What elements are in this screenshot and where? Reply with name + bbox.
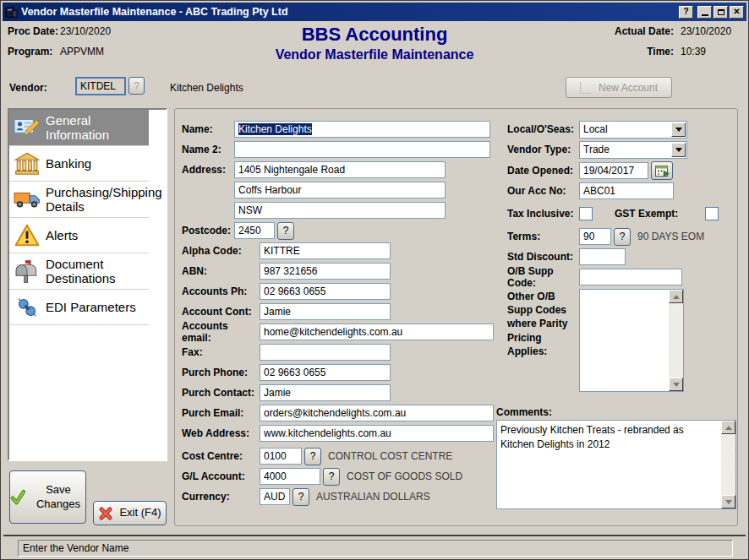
- help-button[interactable]: ?: [679, 6, 693, 19]
- gst-exempt-checkbox[interactable]: [705, 207, 719, 220]
- scroll-down-icon[interactable]: [721, 495, 735, 508]
- fax-label: Fax:: [182, 346, 260, 358]
- close-icon: ✕: [733, 8, 740, 16]
- local-oseas-label: Local/O'Seas:: [507, 123, 579, 135]
- maximize-button[interactable]: [713, 6, 728, 19]
- std-discount-input[interactable]: [579, 248, 626, 265]
- local-oseas-select[interactable]: Local: [579, 121, 687, 139]
- gl-account-label: G/L Account:: [182, 470, 260, 482]
- accounts-ph-input[interactable]: [260, 283, 391, 300]
- purch-phone-input[interactable]: [260, 364, 391, 381]
- account-cont-input[interactable]: [260, 303, 391, 320]
- date-opened-label: Date Opened:: [507, 165, 579, 177]
- close-x-icon: [98, 506, 113, 521]
- sidebar-item-alerts[interactable]: Alerts: [9, 218, 149, 253]
- abn-input[interactable]: [260, 263, 391, 280]
- postcode-input[interactable]: [234, 222, 275, 239]
- ob-supp-code-label: O/B Supp Code:: [507, 265, 579, 289]
- date-opened-input[interactable]: [579, 162, 648, 179]
- abn-label: ABN:: [182, 265, 260, 277]
- tax-inclusive-checkbox[interactable]: [579, 207, 593, 220]
- address-line2-input[interactable]: [234, 182, 446, 198]
- close-button[interactable]: ✕: [730, 6, 744, 19]
- cost-centre-input[interactable]: [260, 448, 302, 465]
- terms-desc: 90 DAYS EOM: [637, 231, 704, 242]
- sidebar-item-purchasing-shipping[interactable]: Purchasing/Shipping Details: [9, 182, 149, 218]
- purch-email-input[interactable]: [260, 405, 494, 421]
- scrollbar[interactable]: [721, 421, 735, 508]
- tax-inclusive-label: Tax Inclusive:: [507, 208, 579, 220]
- plug-icon: [14, 294, 41, 321]
- vendor-lookup-button[interactable]: ?: [128, 77, 145, 95]
- terms-input[interactable]: [579, 228, 611, 245]
- web-address-label: Web Address:: [182, 427, 260, 439]
- our-acc-no-input[interactable]: [579, 182, 674, 199]
- name2-input[interactable]: [234, 141, 490, 158]
- title-bar: Vendor Masterfile Maintenance - ABC Trad…: [3, 3, 746, 21]
- chevron-down-icon[interactable]: [671, 122, 686, 137]
- vendor-type-select[interactable]: Trade: [579, 141, 687, 159]
- sidebar-item-document-destinations[interactable]: Document Destinations: [9, 253, 149, 290]
- cost-centre-lookup-button[interactable]: ?: [304, 448, 321, 465]
- postcode-label: Postcode:: [182, 225, 234, 237]
- currency-lookup-button[interactable]: ?: [292, 488, 309, 506]
- web-address-input[interactable]: [260, 425, 494, 442]
- gl-account-input[interactable]: [260, 468, 320, 485]
- fax-input[interactable]: [260, 344, 391, 361]
- name-input[interactable]: Kitchen Delights: [234, 121, 490, 138]
- accounts-email-input[interactable]: [260, 323, 494, 340]
- sidebar-item-banking[interactable]: Banking: [9, 146, 149, 182]
- name-label: Name:: [182, 123, 234, 135]
- name2-label: Name 2:: [182, 144, 234, 155]
- save-changes-button[interactable]: Save Changes: [9, 470, 86, 524]
- other-ob-supp-label: Other O/B Supp Codes where Parity Pricin…: [507, 290, 578, 358]
- selected-text: Kitchen Delights: [238, 123, 312, 135]
- status-separator: [3, 535, 746, 536]
- chevron-down-icon[interactable]: [671, 143, 686, 157]
- terms-lookup-button[interactable]: ?: [614, 228, 631, 246]
- purch-email-label: Purch Email:: [182, 407, 260, 419]
- app-icon: [5, 6, 18, 19]
- calendar-button[interactable]: [651, 161, 673, 180]
- address-line1-input[interactable]: [234, 161, 446, 178]
- warning-triangle-icon: [14, 222, 41, 249]
- new-account-button[interactable]: New Account: [566, 77, 672, 98]
- scroll-up-icon[interactable]: [669, 290, 683, 303]
- new-account-icon: [580, 82, 592, 94]
- cost-centre-label: Cost Centre:: [182, 450, 260, 462]
- vendor-label: Vendor:: [9, 82, 47, 94]
- our-acc-no-label: Our Acc No:: [507, 185, 579, 197]
- scrollbar[interactable]: [669, 290, 683, 391]
- cost-centre-desc: CONTROL COST CENTRE: [328, 450, 452, 462]
- other-ob-supp-textarea[interactable]: [579, 289, 684, 392]
- sidebar-item-label: Alerts: [46, 228, 78, 242]
- vendor-name-text: Kitchen Delights: [170, 82, 243, 94]
- purch-contact-label: Purch Contact:: [182, 387, 260, 399]
- exit-button[interactable]: Exit (F4): [93, 501, 167, 525]
- actual-date-label: Actual Date:: [608, 25, 674, 37]
- minimize-button[interactable]: [697, 6, 712, 19]
- status-bar: Enter the Vendor Name: [18, 540, 733, 557]
- maximize-icon: [718, 9, 724, 15]
- currency-label: Currency:: [182, 491, 260, 503]
- comments-textarea[interactable]: Previously Kitchen Treats - rebranded as…: [496, 420, 736, 509]
- sidebar-item-label: EDI Parameters: [46, 300, 136, 314]
- sidebar: General Information Banking: [8, 108, 167, 461]
- scroll-up-icon[interactable]: [721, 421, 735, 434]
- purch-phone-label: Purch Phone:: [182, 367, 260, 378]
- truck-icon: [14, 186, 41, 213]
- address-line3-input[interactable]: [234, 202, 446, 219]
- purch-contact-input[interactable]: [260, 384, 391, 401]
- accounts-ph-label: Accounts Ph:: [182, 285, 260, 297]
- postcode-lookup-button[interactable]: ?: [277, 222, 294, 240]
- scroll-down-icon[interactable]: [669, 378, 683, 391]
- vendor-code-input[interactable]: [75, 77, 126, 95]
- currency-input[interactable]: [260, 488, 290, 505]
- check-icon: [10, 487, 25, 508]
- general-information-panel: Name: Kitchen Delights Name 2: Address: …: [174, 108, 738, 526]
- ob-supp-code-input[interactable]: [579, 269, 682, 285]
- alpha-code-input[interactable]: [260, 242, 391, 259]
- gl-account-lookup-button[interactable]: ?: [323, 468, 340, 486]
- sidebar-item-edi-parameters[interactable]: EDI Parameters: [9, 290, 149, 325]
- sidebar-item-general-information[interactable]: General Information: [9, 110, 149, 146]
